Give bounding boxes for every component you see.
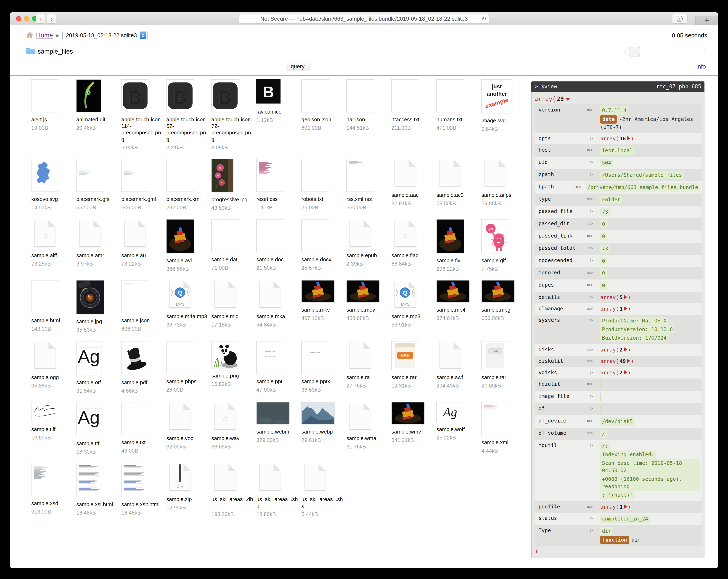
file-item[interactable]: sample.ra 27.76kB	[346, 341, 390, 389]
box-lines-thumbnail[interactable]	[31, 463, 75, 496]
doc-thumbnail[interactable]	[256, 280, 300, 309]
expand-array-control[interactable]: array(16)	[600, 136, 634, 141]
expand-array-control[interactable]: array(5)	[600, 294, 631, 300]
box-lines-top-thumbnail[interactable]	[302, 219, 345, 252]
svg-words-thumbnail[interactable]: justanotherexample	[482, 79, 525, 113]
file-item[interactable]: reset.css 1.11kB	[256, 159, 300, 211]
box-blank-thumbnail[interactable]	[302, 159, 345, 192]
file-item[interactable]: B apple-touch-icon-72-precomposed.png 3.…	[211, 79, 255, 151]
kosovo-thumbnail[interactable]	[31, 159, 75, 192]
file-item[interactable]: placemark.gml 606.00B	[121, 159, 165, 211]
ag-thumbnail[interactable]: Ag	[76, 402, 120, 436]
doc-thumbnail[interactable]	[256, 463, 300, 492]
forward-button[interactable]: ›	[47, 14, 56, 24]
slider-thumb[interactable]	[629, 47, 640, 56]
file-item[interactable]: sample.webp 29.61kB	[302, 402, 345, 443]
file-item[interactable]: humans.txt 471.00B	[437, 79, 480, 131]
file-item[interactable]: Ag sample.otf 31.54kB	[76, 341, 120, 394]
box-lines-red-thumbnail[interactable]	[256, 159, 300, 192]
ppt-title1-thumbnail[interactable]: Sample Title	[302, 341, 345, 374]
lego-wide-thumbnail[interactable]	[302, 280, 345, 302]
home-link[interactable]: Home	[36, 32, 53, 39]
lego-wide-thumbnail[interactable]	[482, 280, 525, 302]
zip-thumbnail[interactable]: ZIP	[166, 463, 210, 492]
file-item[interactable]: animated.gif 20.46kB	[76, 79, 120, 131]
box-lines-red-thumbnail[interactable]	[346, 79, 390, 112]
lego-wide-thumbnail[interactable]	[346, 280, 390, 302]
file-item[interactable]: placemark.gfs 552.00B	[76, 159, 120, 211]
file-item[interactable]: sample.tiff 10.69kB	[31, 402, 75, 441]
file-item[interactable]: har.json 144.51kB	[346, 79, 390, 131]
file-item[interactable]: sample.mov 458.68kB	[346, 280, 390, 321]
back-button[interactable]: ‹	[36, 14, 46, 24]
file-item[interactable]: sample.ogg 95.88kB	[31, 341, 75, 389]
box-lines-top-thumbnail[interactable]	[31, 280, 75, 313]
close-window-icon[interactable]	[16, 16, 21, 22]
file-item[interactable]: htaccess.txt 211.00B	[391, 79, 435, 131]
expand-array-control[interactable]: array(2)	[600, 347, 631, 353]
box-lines-top-thumbnail[interactable]	[256, 219, 300, 252]
file-item[interactable]: sample.wma 31.76kB	[346, 402, 390, 450]
file-item[interactable]: RAR sample.rar 12.31kB	[391, 341, 435, 389]
panda-thumbnail[interactable]	[211, 341, 255, 368]
lego-wide-thumbnail[interactable]	[391, 402, 435, 424]
file-item[interactable]: us_ski_areas_.shx 5.44kB	[302, 463, 345, 518]
file-item[interactable]: kosovo.svg 14.51kB	[31, 159, 75, 211]
mp3-thumbnail[interactable]: Q MP3	[391, 280, 435, 309]
lego-tall-thumbnail[interactable]	[166, 219, 210, 253]
address-bar[interactable]: Not Secure — ?db=data/skim/663_sample_fi…	[239, 14, 489, 24]
file-item[interactable]: sample.ai.ps 59.88kB	[482, 159, 525, 207]
tophat-thumbnail[interactable]	[121, 341, 165, 375]
file-item[interactable]: ♫ sample.flac 66.84kB	[391, 219, 435, 267]
box-lines-thumbnail[interactable]	[121, 159, 165, 192]
webm-thumbnail[interactable]	[256, 402, 300, 424]
file-item[interactable]: robots.txt 26.00B	[302, 159, 345, 211]
file-item[interactable]: B favicon.ico 1.12kB	[256, 79, 300, 123]
doc-thumbnail[interactable]	[76, 219, 120, 248]
doc-thumbnail[interactable]	[302, 463, 345, 492]
doc-thumbnail[interactable]	[346, 219, 390, 248]
box-blank-thumbnail[interactable]	[166, 159, 210, 192]
reload-icon[interactable]: ↻	[482, 14, 486, 23]
flowers-thumbnail[interactable]	[211, 159, 255, 192]
file-item[interactable]: sample.xslt.html 16.48kB	[121, 463, 165, 516]
doc-thumbnail[interactable]	[437, 159, 480, 188]
minimize-window-icon[interactable]	[24, 16, 29, 22]
info-button[interactable]: i	[672, 14, 687, 24]
file-item[interactable]: progressive.jpg 43.83kB	[211, 159, 255, 211]
monster-thumbnail[interactable]: yo	[482, 219, 525, 253]
file-item[interactable]: sample.xsl.html 16.48kB	[76, 463, 120, 516]
file-item[interactable]: us_ski_areas_.dbf 193.23kB	[211, 463, 255, 518]
music-thumbnail[interactable]: ♫	[391, 219, 435, 248]
thumbnail-size-slider[interactable]	[624, 49, 706, 54]
file-item[interactable]: yo sample.gif 7.75kB	[482, 219, 525, 272]
file-item[interactable]: sample.doc 21.50kB	[256, 219, 300, 271]
box-lines-top-thumbnail[interactable]	[346, 159, 390, 192]
file-item[interactable]: sample.ac3 53.50kB	[437, 159, 480, 207]
doc-thumbnail[interactable]	[391, 159, 435, 188]
music-thumbnail[interactable]: ♫	[211, 402, 255, 431]
query-button[interactable]: query	[286, 61, 310, 71]
file-item[interactable]: sample.png 15.82kB	[211, 341, 255, 387]
file-item[interactable]: us_ski_areas_.shp 18.80kB	[256, 463, 300, 518]
info-link[interactable]: info	[696, 63, 706, 70]
ag-thumbnail[interactable]: Ag	[76, 341, 120, 375]
expand-array-control[interactable]: array(1)	[600, 306, 631, 312]
file-item[interactable]: sample.docx 25.67kB	[302, 219, 345, 271]
box-blank-thumbnail[interactable]	[31, 79, 75, 112]
doc-thumbnail[interactable]	[121, 219, 165, 248]
box-lines-top-thumbnail[interactable]	[437, 79, 480, 112]
box-lines-top-thumbnail[interactable]	[166, 341, 210, 374]
file-item[interactable]: Ag sample.woff 25.22kB	[437, 402, 480, 441]
file-item[interactable]: ZIP sample.zip 12.99kB	[166, 463, 210, 511]
doc-thumbnail[interactable]	[482, 159, 525, 188]
file-item[interactable]: sample.phps 28.00B	[166, 341, 210, 393]
file-item[interactable]: sample.mid 17.18kB	[211, 280, 255, 328]
file-item[interactable]: rss.xml.rss 660.00B	[346, 159, 390, 211]
box-lines-thumbnail[interactable]	[76, 159, 120, 192]
file-item[interactable]: alert.js 19.00B	[31, 79, 75, 131]
mp3-thumbnail[interactable]: Q MP3	[166, 280, 210, 309]
file-item[interactable]: sample.aac 32.91kB	[391, 159, 435, 207]
file-item[interactable]: ♫ sample.wav 36.65kB	[211, 402, 255, 450]
touch-icon-thumbnail[interactable]: B	[211, 79, 255, 112]
